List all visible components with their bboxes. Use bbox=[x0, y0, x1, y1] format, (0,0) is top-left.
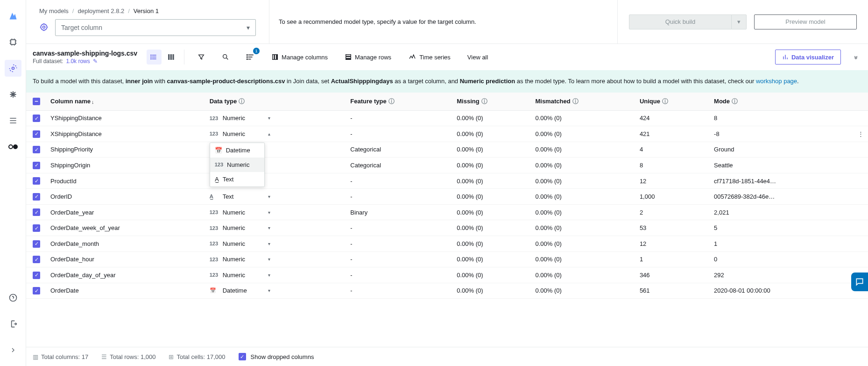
breadcrumb-mid[interactable]: deployment 2.8.2 bbox=[78, 7, 124, 14]
row-checkbox[interactable]: ✓ bbox=[33, 115, 40, 122]
dtype-label: Numeric bbox=[223, 130, 245, 137]
chevron-down-icon[interactable]: ▾ bbox=[268, 257, 270, 262]
chevron-down-icon[interactable]: ▾ bbox=[268, 210, 270, 215]
info-icon[interactable]: ⓘ bbox=[239, 98, 245, 105]
columns-table: − Column name↓ Data typeⓘ Feature typeⓘ … bbox=[26, 93, 868, 347]
sidebar-logout-icon[interactable] bbox=[5, 316, 21, 332]
dropdown-datetime[interactable]: 📅Datetime bbox=[210, 143, 264, 158]
row-checkbox[interactable]: ✓ bbox=[33, 162, 40, 169]
view-all-button[interactable]: View all bbox=[464, 50, 492, 65]
info-icon[interactable]: ⓘ bbox=[732, 98, 738, 105]
col-header-mismatched[interactable]: Mismatchedⓘ bbox=[531, 93, 635, 111]
select-all-checkbox[interactable]: − bbox=[33, 98, 40, 105]
datatype-cell[interactable]: 123 Numeric ▾ bbox=[210, 115, 270, 122]
info-icon[interactable]: ⓘ bbox=[662, 98, 668, 105]
col-header-datatype[interactable]: Data typeⓘ bbox=[206, 93, 347, 111]
feature-cell: - bbox=[346, 236, 453, 252]
row-checkbox[interactable]: ✓ bbox=[33, 130, 40, 138]
dtype-icon: A̲ bbox=[210, 194, 220, 200]
datatype-cell[interactable]: A̲ Text ▾ bbox=[210, 193, 270, 200]
edit-dataset-icon[interactable]: ✎ bbox=[93, 58, 98, 65]
list-view-icon[interactable] bbox=[147, 50, 162, 65]
mode-cell: cf71718d-1851-44e4… bbox=[710, 173, 854, 189]
sidebar-home-icon[interactable] bbox=[5, 7, 21, 24]
row-menu-icon[interactable]: ⋮ bbox=[858, 130, 864, 137]
col-header-missing[interactable]: Missingⓘ bbox=[453, 93, 531, 111]
sidebar-asterisk-icon[interactable] bbox=[5, 86, 21, 103]
sidebar-collapse-icon[interactable] bbox=[5, 342, 21, 359]
dtype-label: Numeric bbox=[223, 115, 245, 122]
column-name-cell: ShippingOrigin bbox=[47, 158, 206, 173]
unique-cell: 12 bbox=[636, 173, 710, 189]
mismatched-cell: 0.00% (0) bbox=[531, 204, 635, 220]
dataset-rows-link[interactable]: 1.0k rows bbox=[66, 58, 90, 65]
target-column-select[interactable]: Target column ▾ bbox=[55, 19, 256, 36]
breadcrumb-root[interactable]: My models bbox=[39, 7, 69, 14]
svg-point-7 bbox=[151, 55, 151, 55]
datatype-cell[interactable]: 123 Numeric ▾ bbox=[210, 240, 270, 247]
chevron-down-icon[interactable]: ▾ bbox=[268, 241, 270, 246]
row-checkbox[interactable]: ✓ bbox=[33, 177, 40, 185]
chevron-down-icon[interactable]: ▾ bbox=[268, 288, 270, 293]
chevron-down-icon[interactable]: ▾ bbox=[268, 273, 270, 278]
filter-icon[interactable] bbox=[194, 50, 209, 65]
quick-build-dropdown[interactable]: ▾ bbox=[732, 14, 747, 29]
dataset-full-label: Full dataset: bbox=[33, 58, 63, 65]
dropdown-text[interactable]: A̲Text bbox=[210, 172, 264, 187]
chevron-down-icon[interactable]: ▾ bbox=[268, 225, 270, 230]
col-header-name[interactable]: Column name↓ bbox=[47, 93, 206, 111]
sidebar-help-icon[interactable] bbox=[5, 289, 21, 306]
row-checkbox[interactable]: ✓ bbox=[33, 272, 40, 279]
datatype-cell[interactable]: 📅 Datetime ▾ bbox=[210, 287, 270, 294]
show-dropped-checkbox[interactable]: ✓ bbox=[239, 353, 246, 360]
row-checkbox[interactable]: ✓ bbox=[33, 146, 40, 153]
info-icon[interactable]: ⓘ bbox=[388, 98, 395, 105]
manage-columns-button[interactable]: Manage columns bbox=[268, 50, 332, 65]
chevron-up-icon[interactable]: ▴ bbox=[268, 131, 270, 136]
chevron-down-icon[interactable]: ▾ bbox=[268, 115, 270, 121]
sidebar-compose-icon[interactable] bbox=[5, 60, 21, 77]
datatype-cell[interactable]: 123 Numeric ▾ bbox=[210, 256, 270, 263]
workshop-link[interactable]: workshop page bbox=[756, 78, 797, 85]
mismatched-cell: 0.00% (0) bbox=[531, 220, 635, 236]
data-visualizer-button[interactable]: Data visualizer bbox=[775, 50, 841, 65]
chat-icon[interactable] bbox=[851, 273, 868, 291]
datatype-cell[interactable]: 123 Numeric ▾ bbox=[210, 224, 270, 231]
sidebar-chip-icon[interactable] bbox=[5, 34, 21, 50]
info-icon[interactable]: ⓘ bbox=[481, 98, 487, 105]
dtype-icon: 📅 bbox=[210, 287, 220, 294]
row-checkbox[interactable]: ✓ bbox=[33, 208, 40, 216]
datatype-cell[interactable]: 123 Numeric ▾ bbox=[210, 272, 270, 279]
row-checkbox[interactable]: ✓ bbox=[33, 256, 40, 263]
col-header-feature[interactable]: Feature typeⓘ bbox=[346, 93, 453, 111]
expand-panel-icon[interactable] bbox=[850, 54, 861, 60]
grid-view-icon[interactable] bbox=[163, 50, 178, 65]
sidebar-list-icon[interactable] bbox=[5, 112, 21, 129]
missing-cell: 0.00% (0) bbox=[453, 173, 531, 189]
datatype-cell[interactable]: 123 Numeric ▴ 📅Datetime 123Numeric A̲Tex… bbox=[210, 130, 270, 137]
col-header-mode[interactable]: Modeⓘ bbox=[710, 93, 854, 111]
row-checkbox[interactable]: ✓ bbox=[33, 224, 40, 232]
preview-model-button[interactable]: Preview model bbox=[754, 14, 857, 29]
feature-cell: Binary bbox=[346, 204, 453, 220]
svg-rect-0 bbox=[11, 40, 15, 44]
info-icon[interactable]: ⓘ bbox=[572, 98, 579, 105]
dropdown-numeric[interactable]: 123Numeric bbox=[210, 158, 264, 172]
search-icon[interactable] bbox=[218, 50, 233, 65]
table-row: ✓ ShippingPriority Categorical 0.00% (0)… bbox=[26, 142, 868, 158]
col-header-unique[interactable]: Uniqueⓘ bbox=[636, 93, 710, 111]
svg-rect-18 bbox=[275, 55, 276, 60]
chevron-down-icon[interactable]: ▾ bbox=[268, 194, 270, 199]
time-series-button[interactable]: Time series bbox=[404, 50, 454, 65]
manage-rows-button[interactable]: Manage rows bbox=[341, 50, 395, 65]
app-sidebar bbox=[0, 0, 26, 366]
unique-cell: 2 bbox=[636, 204, 710, 220]
sidebar-toggle-icon[interactable] bbox=[5, 138, 21, 155]
row-checkbox[interactable]: ✓ bbox=[33, 287, 40, 294]
datatype-cell[interactable]: 123 Numeric ▾ bbox=[210, 209, 270, 216]
dtype-icon: 123 bbox=[210, 115, 220, 121]
row-checkbox[interactable]: ✓ bbox=[33, 193, 40, 201]
filter-list-icon[interactable]: 1 bbox=[242, 50, 258, 65]
quick-build-button[interactable]: Quick build bbox=[629, 14, 732, 29]
row-checkbox[interactable]: ✓ bbox=[33, 240, 40, 248]
